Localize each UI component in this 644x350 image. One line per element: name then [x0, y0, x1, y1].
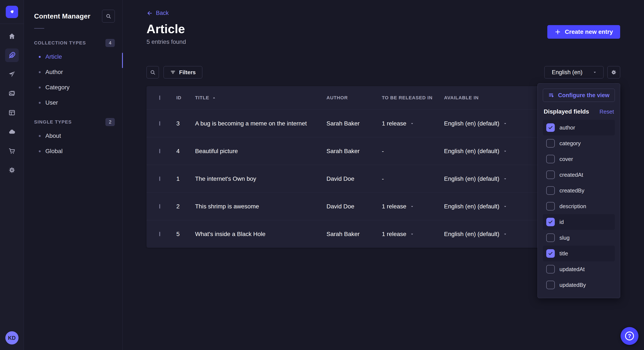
checkmark-icon — [548, 251, 553, 256]
cell-released[interactable]: - — [382, 148, 444, 155]
sidebar-collection-type-item[interactable]: Author — [34, 64, 115, 80]
field-toggle-row[interactable]: createdBy — [543, 183, 615, 198]
sidebar-collection-type-item[interactable]: Article — [34, 49, 115, 64]
field-toggle-row[interactable]: category — [543, 136, 615, 151]
cell-released[interactable]: 1 release — [382, 203, 444, 210]
field-checkbox[interactable] — [546, 123, 555, 132]
field-checkbox[interactable] — [546, 218, 555, 226]
field-label: author — [560, 124, 575, 131]
title-divider — [34, 28, 44, 29]
checkmark-icon — [548, 125, 553, 130]
collection-types-count-badge: 4 — [106, 39, 115, 47]
search-icon — [150, 69, 156, 75]
field-label: createdBy — [560, 187, 584, 194]
sidebar-item-label: Author — [45, 69, 63, 75]
field-toggle-row[interactable]: id — [543, 214, 615, 230]
search-icon — [106, 13, 112, 19]
cell-id: 2 — [176, 203, 195, 210]
single-types-list: About Global — [34, 128, 115, 159]
locale-select[interactable]: English (en) — [544, 66, 604, 78]
back-label: Back — [156, 10, 169, 16]
field-toggle-row[interactable]: cover — [543, 151, 615, 167]
field-checkbox[interactable] — [546, 233, 555, 242]
sidebar-single-type-item[interactable]: About — [34, 128, 115, 144]
checkmark-icon — [548, 219, 553, 225]
cell-author: Sarah Baker — [326, 148, 382, 155]
row-checkbox[interactable] — [159, 121, 160, 126]
row-checkbox[interactable] — [159, 232, 160, 236]
field-toggle-row[interactable]: slug — [543, 230, 615, 246]
column-header-id[interactable]: ID — [176, 95, 195, 101]
content-manager-feather-icon[interactable] — [5, 48, 19, 62]
configure-view-button[interactable]: Configure the view — [543, 89, 615, 102]
row-checkbox[interactable] — [159, 204, 160, 209]
field-label: category — [560, 140, 581, 147]
media-library-images-icon[interactable] — [5, 87, 19, 100]
chevron-down-icon — [503, 232, 508, 236]
sidebar-single-type-item[interactable]: Global — [34, 144, 115, 159]
cell-released[interactable]: 1 release — [382, 231, 444, 237]
entries-count: 5 entries found — [146, 38, 620, 45]
deploy-cloud-icon[interactable] — [5, 125, 19, 139]
plus-icon — [554, 29, 561, 35]
chevron-down-icon — [503, 149, 508, 154]
field-toggle-row[interactable]: createdAt — [543, 167, 615, 183]
field-checkbox[interactable] — [546, 202, 555, 210]
table-search-button[interactable] — [146, 66, 159, 78]
releases-paper-plane-icon[interactable] — [5, 68, 19, 81]
collection-types-heading: COLLECTION TYPES — [34, 40, 86, 46]
locale-value: English (en) — [552, 69, 582, 76]
marketplace-cart-icon[interactable] — [5, 144, 19, 158]
back-link[interactable]: Back — [146, 10, 169, 16]
field-toggle-row[interactable]: updatedBy — [543, 277, 615, 293]
field-toggle-row[interactable]: updatedAt — [543, 261, 615, 277]
cell-id: 5 — [176, 231, 195, 237]
field-label: updatedAt — [560, 266, 585, 273]
select-all-checkbox[interactable] — [159, 95, 160, 100]
field-checkbox[interactable] — [546, 139, 555, 148]
create-new-entry-button[interactable]: Create new entry — [547, 25, 620, 39]
cell-title: This shrimp is awesome — [195, 203, 326, 210]
sidebar-collection-type-item[interactable]: Category — [34, 80, 115, 95]
filters-button[interactable]: Filters — [164, 66, 202, 78]
column-header-title[interactable]: TITLE — [195, 95, 326, 101]
field-toggle-row[interactable]: description — [543, 198, 615, 214]
displayed-fields-heading: Displayed fields — [544, 108, 589, 115]
chevron-down-icon — [592, 70, 597, 75]
field-checkbox[interactable] — [546, 281, 555, 289]
avatar[interactable]: KD — [5, 331, 18, 345]
field-checkbox[interactable] — [546, 265, 555, 273]
sort-ascending-icon — [212, 95, 216, 100]
strapi-logo-icon[interactable] — [6, 6, 18, 18]
view-settings-gear-button[interactable] — [607, 66, 620, 78]
cell-title: The internet's Own boy — [195, 175, 326, 182]
single-types-heading: SINGLE TYPES — [34, 119, 72, 125]
help-button[interactable]: ? — [620, 327, 638, 345]
field-toggle-row[interactable]: author — [543, 120, 615, 136]
column-header-author[interactable]: AUTHOR — [326, 95, 382, 101]
field-checkbox[interactable] — [546, 249, 555, 258]
cell-author: Sarah Baker — [326, 231, 382, 237]
field-checkbox[interactable] — [546, 155, 555, 163]
sidebar-item-label: User — [45, 99, 58, 106]
content-type-builder-layout-icon[interactable] — [5, 106, 19, 120]
sidebar-title: Content Manager — [34, 12, 90, 20]
settings-gear-icon[interactable] — [5, 163, 19, 177]
home-icon[interactable] — [5, 29, 19, 43]
cell-released[interactable]: - — [382, 175, 444, 182]
question-mark-icon: ? — [625, 332, 634, 341]
row-checkbox[interactable] — [159, 149, 160, 153]
field-label: updatedBy — [560, 282, 586, 288]
cell-id: 4 — [176, 148, 195, 155]
field-toggle-row[interactable]: title — [543, 246, 615, 261]
sidebar-collection-type-item[interactable]: User — [34, 95, 115, 110]
row-checkbox[interactable] — [159, 176, 160, 181]
column-header-released[interactable]: TO BE RELEASED IN — [382, 95, 444, 101]
field-checkbox[interactable] — [546, 171, 555, 179]
reset-button[interactable]: Reset — [600, 108, 614, 115]
cell-title: Beautiful picture — [195, 148, 326, 155]
cell-released[interactable]: 1 release — [382, 120, 444, 127]
sidebar-search-button[interactable] — [102, 10, 115, 22]
chevron-down-icon — [410, 204, 414, 209]
field-checkbox[interactable] — [546, 186, 555, 195]
